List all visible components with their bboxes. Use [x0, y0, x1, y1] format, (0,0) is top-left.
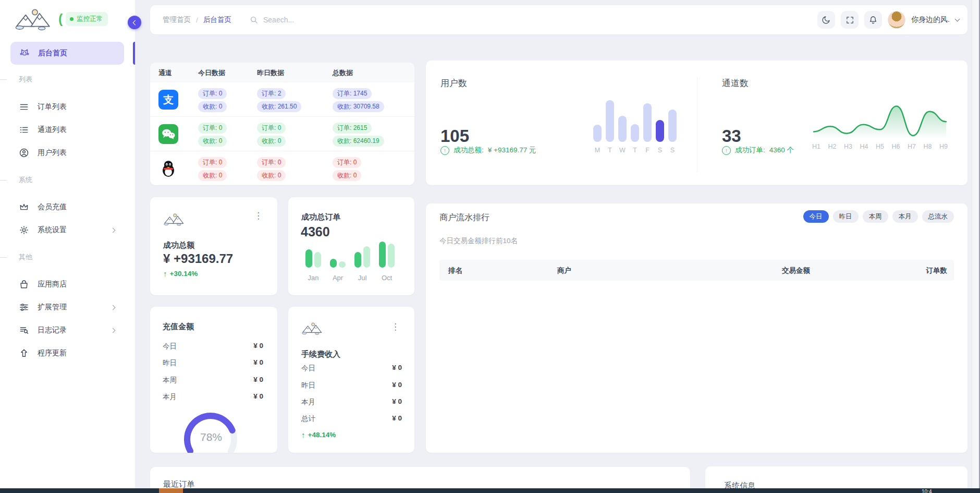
gauge-label: 78%: [200, 431, 222, 443]
kv-row: 今日¥ 0: [163, 342, 263, 351]
amount-badge: 收款: 0: [198, 136, 227, 147]
weekly-users-bar-chart: MTWTFSS: [593, 100, 677, 154]
chevron-right-icon: [111, 305, 116, 310]
kv-row: 本周¥ 0: [163, 376, 263, 385]
orders-badge: 订单: 0: [333, 157, 361, 168]
bell-icon: [868, 15, 878, 25]
search-box: [249, 5, 420, 34]
users-stat-badge: ↑ 成功总额: ¥ +93169.77 元: [440, 146, 536, 155]
list-icon: [19, 125, 29, 135]
sidebar-item-home[interactable]: 后台首页: [10, 42, 124, 65]
sidebar-item-program-update[interactable]: 程序更新: [10, 342, 124, 365]
sidebar-section-lists: 列表: [0, 74, 32, 85]
user-avatar[interactable]: [888, 11, 905, 29]
breadcrumb-separator: /: [196, 16, 198, 24]
badge-label: 成功总额:: [454, 146, 484, 155]
badge-value: ¥ +93169.77 元: [488, 146, 536, 155]
fullscreen-button[interactable]: [841, 11, 859, 29]
wechat-icon: [158, 124, 178, 144]
mountains-logo-icon: [163, 212, 185, 226]
orders-badge: 订单: 2: [257, 88, 286, 99]
sidebar-item-channel-list[interactable]: 通道列表: [10, 118, 124, 141]
sidebar: ( 监控正常 后台首页 列表 订单列表 通道列表 用户列表 系统 会员充值 系统…: [0, 0, 135, 493]
tab-today[interactable]: 今日: [803, 210, 829, 223]
sidebar-item-system-settings[interactable]: 系统设置: [10, 219, 124, 242]
sidebar-item-vip-recharge[interactable]: 会员充值: [10, 196, 124, 219]
card-title: 成功总额: [163, 241, 194, 250]
chevron-left-icon: [133, 20, 138, 25]
monitor-status-label: 监控正常: [77, 15, 103, 23]
channels-stat-badge: ↑ 成功订单: 4360 个: [722, 146, 794, 155]
col-rank: 排名: [448, 266, 462, 275]
merchant-ranking-card: 商户流水排行 今日 昨日 本周 本月 总流水 今日交易金额排行前10名 排名 商…: [426, 203, 967, 453]
trend-up: ↑ +48.14%: [301, 430, 336, 439]
sidebar-item-extensions[interactable]: 扩展管理: [10, 296, 124, 319]
tab-this-week[interactable]: 本周: [863, 210, 888, 223]
user-name[interactable]: 你身边的风.: [911, 15, 950, 25]
alipay-icon: 支: [158, 90, 178, 110]
col-today: 今日数据: [198, 68, 225, 78]
kebab-menu-icon[interactable]: ⋮: [391, 322, 400, 331]
merchant-ranking-subtitle: 今日交易金额排行前10名: [439, 236, 518, 246]
shopping-bag-icon: [19, 279, 29, 290]
recharge-gauge-chart: [171, 407, 254, 453]
breadcrumb-current[interactable]: 后台首页: [203, 15, 231, 25]
ranking-period-tabs: 今日 昨日 本周 本月 总流水: [803, 210, 954, 223]
mountains-logo-icon: [301, 321, 323, 335]
circle-arrow-up-icon: ↑: [722, 146, 731, 155]
notifications-button[interactable]: [864, 11, 882, 29]
user-circle-icon: [19, 148, 29, 158]
card-value: ¥ +93169.77: [163, 251, 233, 266]
chevron-right-icon: [111, 227, 116, 233]
col-order-count: 订单数: [926, 266, 948, 275]
amount-badge: 收款: 30709.58: [333, 101, 384, 112]
qq-icon: [158, 159, 178, 178]
table-row-wechat: 订单: 0 收款: 0 订单: 0 收款: 0 订单: 2615 收款: 624…: [150, 117, 414, 151]
tab-this-month[interactable]: 本月: [892, 210, 918, 223]
amount-badge: 收款: 62460.19: [333, 136, 384, 147]
tab-total-flow[interactable]: 总流水: [922, 210, 954, 223]
ranking-table-header: 排名 商户 交易金额 订单数: [439, 260, 954, 281]
amount-badge: 收款: 0: [257, 136, 286, 147]
active-item-accent-bar: [133, 42, 135, 65]
col-channel: 通道: [158, 68, 172, 78]
sidebar-item-app-store[interactable]: 应用商店: [10, 273, 124, 296]
stats-overview-card: 用户数 105 ↑ 成功总额: ¥ +93169.77 元 MTWTFSS 通道…: [426, 61, 967, 185]
theme-toggle-button[interactable]: [817, 11, 835, 29]
kebab-menu-icon[interactable]: ⋮: [254, 211, 263, 220]
sidebar-item-logs[interactable]: 日志记录: [10, 319, 124, 342]
orders-badge: 订单: 0: [198, 123, 227, 134]
amount-badge: 收款: 0: [198, 101, 227, 112]
kv-row: 本月¥ 0: [301, 398, 402, 407]
sidebar-section-system: 系统: [0, 175, 32, 185]
success-total-card: ⋮ 成功总额 ¥ +93169.77 ↑ +30.14%: [150, 197, 277, 295]
arrow-up-icon: ↑: [301, 430, 305, 439]
amount-badge: 收款: 0: [198, 170, 227, 181]
expand-icon: [846, 16, 854, 25]
kv-row: 本月¥ 0: [163, 392, 263, 402]
kv-row: 昨日¥ 0: [301, 381, 402, 390]
cat-icon: [19, 48, 30, 58]
kv-row: 今日¥ 0: [301, 364, 402, 373]
users-stat-title: 用户数: [440, 77, 467, 89]
moon-icon: [822, 15, 831, 25]
merchant-ranking-title: 商户流水排行: [439, 212, 489, 223]
search-input[interactable]: [263, 16, 420, 24]
arrow-up-icon: [19, 348, 29, 358]
hourly-channels-line-chart: H1H2H3H4H5H6H7H8H9: [810, 91, 950, 150]
sidebar-section-other: 其他: [0, 252, 32, 262]
magnifier-icon: [249, 15, 259, 25]
trend-up: ↑ +30.14%: [163, 269, 198, 278]
chevron-down-icon[interactable]: [955, 17, 960, 22]
sidebar-item-user-list[interactable]: 用户列表: [10, 141, 124, 164]
gear-icon: [19, 225, 29, 235]
tab-yesterday[interactable]: 昨日: [833, 210, 859, 223]
orders-badge: 订单: 1745: [333, 88, 372, 99]
sidebar-item-order-list[interactable]: 订单列表: [10, 95, 124, 118]
breadcrumb-root[interactable]: 管理首页: [163, 15, 191, 25]
vertical-divider: [697, 77, 697, 172]
col-merchant: 商户: [557, 266, 571, 275]
col-total: 总数据: [333, 68, 353, 78]
sidebar-collapse-button[interactable]: [128, 16, 141, 29]
orders-badge: 订单: 0: [198, 88, 227, 99]
